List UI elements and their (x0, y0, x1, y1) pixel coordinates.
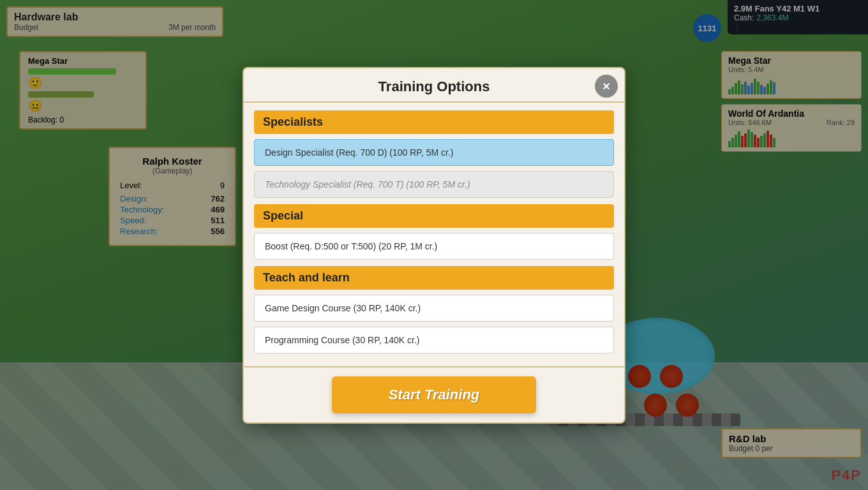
option-programming-course[interactable]: Programming Course (30 RP, 140K cr.) (254, 327, 614, 353)
modal-close-button[interactable]: × (595, 75, 618, 98)
modal-title: Training Options (257, 78, 611, 95)
section-header-specialists: Specialists (254, 110, 614, 134)
option-boost[interactable]: Boost (Req. D:500 or T:500) (20 RP, 1M c… (254, 233, 614, 260)
training-modal: Training Options × Specialists Design Sp… (243, 67, 625, 424)
modal-footer: Start Training (244, 366, 624, 422)
option-game-design-course[interactable]: Game Design Course (30 RP, 140K cr.) (254, 295, 614, 322)
option-tech-specialist: Technology Specialist (Req. 700 T) (100 … (254, 171, 614, 198)
section-header-teach: Teach and learn (254, 266, 614, 290)
modal-body: Specialists Design Specialist (Req. 700 … (244, 103, 624, 366)
section-header-special: Special (254, 204, 614, 228)
start-training-button[interactable]: Start Training (332, 376, 536, 413)
modal-header: Training Options × (244, 68, 624, 103)
option-design-specialist[interactable]: Design Specialist (Req. 700 D) (100 RP, … (254, 139, 614, 166)
modal-overlay: Training Options × Specialists Design Sp… (0, 0, 868, 490)
